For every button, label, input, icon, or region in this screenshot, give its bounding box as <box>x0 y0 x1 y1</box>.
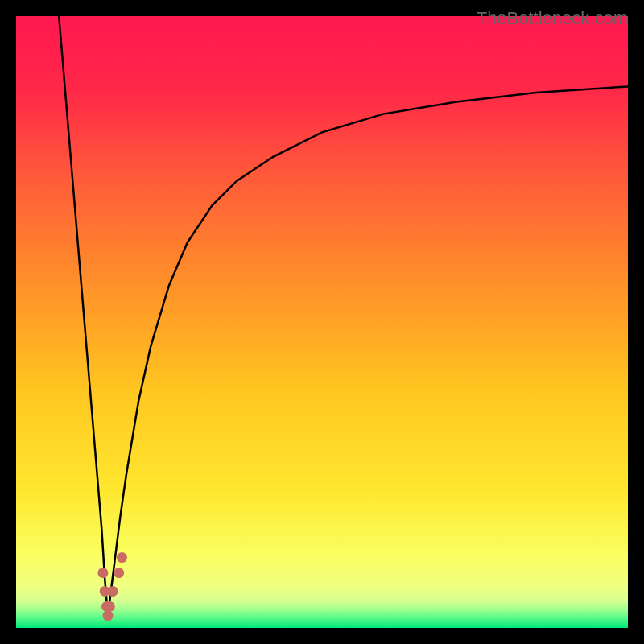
valley-dot <box>105 601 115 612</box>
curve-overlay <box>16 16 628 628</box>
valley-dot <box>103 610 114 621</box>
valley-dot <box>108 586 118 597</box>
valley-dot <box>97 568 108 578</box>
curve-left-branch <box>59 16 108 616</box>
valley-dot <box>114 568 124 578</box>
curve-right-branch <box>108 86 628 615</box>
valley-dot <box>117 552 127 563</box>
watermark-text: TheBottleneck.com <box>477 8 628 29</box>
